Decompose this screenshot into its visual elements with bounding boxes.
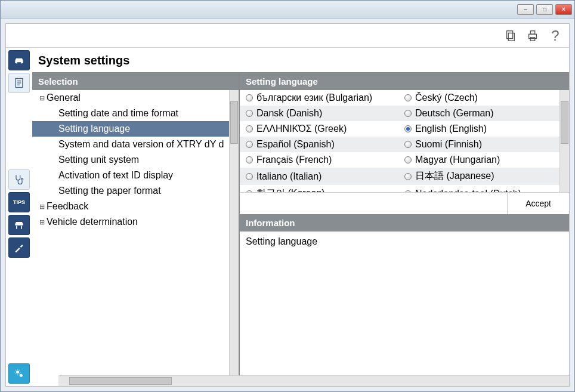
radio-icon[interactable]: [404, 173, 412, 180]
tree-item[interactable]: Setting date and time format: [32, 106, 239, 121]
language-option[interactable]: Français (French): [246, 155, 404, 165]
sidebar-car-icon[interactable]: [8, 50, 30, 70]
sidebar-tips-icon[interactable]: TIPS: [8, 192, 30, 212]
accept-button[interactable]: Accept: [507, 193, 569, 214]
language-option[interactable]: English (English): [404, 124, 563, 134]
language-label: Suomi (Finnish): [415, 139, 482, 150]
sidebar-diagnose-icon[interactable]: [8, 169, 30, 190]
left-pane: Selection ⊟GeneralSetting date and time …: [32, 73, 240, 375]
side-rail: TIPS: [6, 48, 32, 386]
language-label: Deutsch (German): [415, 108, 494, 119]
language-option[interactable]: Dansk (Danish): [246, 108, 404, 119]
tree-item[interactable]: Setting language: [32, 121, 239, 137]
language-row: Español (Spanish)Suomi (Finnish): [240, 137, 569, 152]
language-option[interactable]: 한국의 (Korean): [246, 187, 404, 192]
radio-icon[interactable]: [246, 125, 253, 132]
tree-item[interactable]: Setting unit system: [32, 152, 239, 168]
language-option[interactable]: Magyar (Hungarian): [404, 155, 563, 165]
tree-item[interactable]: ⊞Vehicle determination: [32, 214, 239, 230]
language-option[interactable]: Nederlandse taal (Dutch): [404, 187, 563, 192]
tree-item[interactable]: Activation of text ID display: [32, 168, 239, 183]
language-row: 한국의 (Korean)Nederlandse taal (Dutch): [240, 185, 569, 192]
language-grid: български език (Bulgarian)Český (Czech)D…: [240, 90, 569, 192]
info-header: Information: [240, 214, 569, 232]
tree-toggle-icon[interactable]: ⊟: [37, 94, 47, 102]
svg-rect-2: [529, 34, 537, 38]
main-body: TIPS System settings: [6, 48, 569, 386]
sidebar-settings-icon[interactable]: [8, 363, 30, 384]
titlebar: – □ ×: [1, 1, 574, 18]
language-row: Dansk (Danish)Deutsch (German): [240, 106, 569, 121]
language-label: Français (French): [256, 155, 332, 165]
sidebar-doc-icon[interactable]: [8, 73, 30, 93]
svg-rect-0: [507, 30, 513, 38]
radio-icon[interactable]: [246, 110, 253, 117]
tree-item-label: System and data version of XTRY dY d: [58, 139, 224, 150]
radio-icon[interactable]: [246, 173, 253, 180]
tree-item[interactable]: ⊟General: [32, 90, 239, 106]
radio-icon[interactable]: [404, 125, 412, 132]
close-button[interactable]: ×: [555, 4, 572, 15]
maximize-button[interactable]: □: [536, 4, 553, 15]
language-option[interactable]: Deutsch (German): [404, 108, 563, 119]
tree-item[interactable]: System and data version of XTRY dY d: [32, 137, 239, 152]
tree-toggle-icon[interactable]: ⊞: [37, 203, 47, 211]
radio-icon[interactable]: [404, 94, 412, 101]
radio-icon[interactable]: [246, 141, 253, 148]
splitter: Selection ⊟GeneralSetting date and time …: [32, 72, 569, 375]
radio-icon[interactable]: [246, 94, 253, 101]
toolbar-top: ?: [6, 24, 569, 48]
svg-rect-3: [530, 30, 534, 34]
language-option[interactable]: български език (Bulgarian): [246, 92, 404, 103]
language-row: Français (French)Magyar (Hungarian): [240, 152, 569, 168]
language-option[interactable]: Suomi (Finnish): [404, 139, 563, 150]
language-option[interactable]: Italiano (Italian): [246, 170, 404, 183]
language-label: ΕΛΛΗΝΙΚΌΣ (Greek): [256, 124, 347, 134]
svg-rect-4: [530, 37, 534, 41]
svg-rect-12: [16, 226, 17, 229]
language-label: Magyar (Hungarian): [415, 155, 500, 165]
language-row: Italiano (Italian)日本語 (Japanese): [240, 168, 569, 185]
print-icon[interactable]: [526, 29, 539, 42]
sidebar-screwdriver-icon[interactable]: [8, 237, 30, 258]
radio-icon[interactable]: [404, 110, 412, 117]
language-label: English (English): [415, 124, 487, 134]
tree-item-label: Activation of text ID display: [58, 170, 173, 181]
svg-point-11: [21, 178, 23, 180]
sidebar-lift-icon[interactable]: [8, 215, 30, 235]
svg-point-6: [21, 62, 22, 64]
tree-item[interactable]: ⊞Feedback: [32, 199, 239, 214]
tree-item[interactable]: Setting the paper format: [32, 183, 239, 199]
language-option[interactable]: Español (Spanish): [246, 139, 404, 150]
language-option[interactable]: 日本語 (Japanese): [404, 170, 563, 183]
tree[interactable]: ⊟GeneralSetting date and time formatSett…: [32, 90, 239, 375]
app-frame: ? TIPS: [5, 23, 570, 387]
tree-item-label: Setting date and time format: [58, 108, 178, 119]
radio-icon[interactable]: [246, 190, 253, 192]
language-option[interactable]: ΕΛΛΗΝΙΚΌΣ (Greek): [246, 124, 404, 134]
language-label: Dansk (Danish): [256, 108, 322, 119]
help-icon[interactable]: ?: [549, 29, 562, 42]
radio-icon[interactable]: [404, 156, 412, 163]
selection-header: Selection: [32, 73, 239, 90]
left-scrollbar[interactable]: [229, 90, 239, 375]
language-row: български език (Bulgarian)Český (Czech): [240, 90, 569, 106]
tree-item-label: Setting the paper format: [58, 186, 161, 196]
radio-icon[interactable]: [404, 141, 412, 148]
language-label: Nederlandse taal (Dutch): [415, 189, 521, 192]
tree-toggle-icon[interactable]: ⊞: [37, 218, 47, 226]
svg-rect-1: [508, 33, 514, 41]
main-content: System settings Selection ⊟GeneralSettin…: [32, 48, 569, 386]
radio-icon[interactable]: [246, 156, 253, 163]
radio-icon[interactable]: [404, 190, 412, 192]
language-label: Español (Spanish): [256, 139, 335, 150]
page-title: System settings: [32, 48, 569, 72]
tree-item-label: Setting language: [58, 124, 130, 134]
language-option[interactable]: Český (Czech): [404, 92, 563, 103]
minimize-button[interactable]: –: [517, 4, 534, 15]
copy-icon[interactable]: [503, 29, 517, 42]
language-label: 한국의 (Korean): [256, 187, 325, 192]
info-text: Setting language: [240, 232, 569, 252]
bottom-scrollbar[interactable]: [58, 375, 569, 386]
right-scrollbar[interactable]: [559, 90, 569, 192]
